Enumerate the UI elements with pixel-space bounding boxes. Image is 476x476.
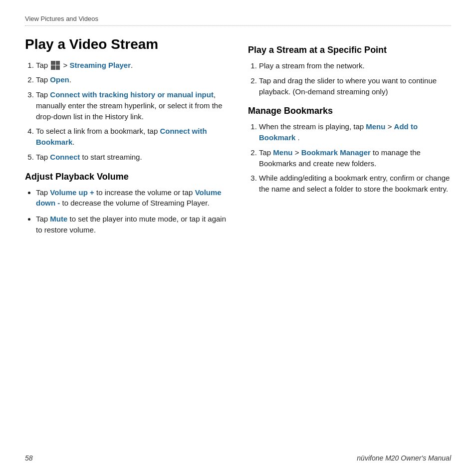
bullet-1-link1: Volume up +: [50, 188, 94, 197]
main-title: Play a Video Stream: [25, 36, 228, 53]
mb-step-1: When the stream is playing, tap Menu > A…: [259, 121, 451, 143]
bullet-2: Tap Mute to set the player into mute mod…: [36, 214, 228, 236]
mb-step-1-arrow: >: [388, 122, 394, 131]
right-column: Play a Stream at a Specific Point Play a…: [248, 36, 451, 240]
mb-step-2-pre: Tap: [259, 148, 273, 157]
step-3: Tap Connect with tracking history or man…: [36, 89, 228, 122]
sp-step-2: Tap and drag the slider to where you wan…: [259, 75, 451, 97]
step-1-link: Streaming Player: [69, 61, 131, 69]
bullet-1: Tap Volume up + to increase the volume o…: [36, 187, 228, 209]
bullet-1-pre: Tap: [36, 188, 50, 197]
step-2-link: Open: [50, 75, 69, 84]
step-5-post: to start streaming.: [82, 153, 142, 161]
mb-step-1-link1: Menu: [366, 122, 385, 131]
footer-bar: 58 nüvifone M20 Owner's Manual: [25, 454, 451, 462]
bullet-1-mid: to increase the volume or tap: [96, 188, 195, 197]
adjust-bullets: Tap Volume up + to increase the volume o…: [25, 187, 228, 236]
step-3-pre: Tap: [36, 90, 50, 99]
breadcrumb-text: View Pictures and Videos: [25, 15, 98, 22]
streaming-player-icon: [51, 61, 60, 70]
manage-bookmarks-steps: When the stream is playing, tap Menu > A…: [248, 121, 451, 195]
sp-step-1: Play a stream from the network.: [259, 60, 451, 71]
manage-bookmarks-title: Manage Bookmarks: [248, 106, 451, 116]
adjust-section-title: Adjust Playback Volume: [25, 172, 228, 182]
step-4-pre: To select a link from a bookmark, tap: [36, 127, 160, 135]
step-1-period: .: [131, 61, 133, 69]
mb-step-3: While adding/editing a bookmark entry, c…: [259, 173, 451, 195]
step-1-arrow: >: [63, 61, 70, 69]
specific-point-title: Play a Stream at a Specific Point: [248, 45, 451, 55]
step-1: Tap > Streaming Player.: [36, 60, 228, 71]
mb-step-2-arrow: >: [295, 148, 301, 157]
step-5: Tap Connect to start streaming.: [36, 152, 228, 163]
sp-step-1-text: Play a stream from the network.: [259, 61, 365, 70]
mb-step-2-link1: Menu: [273, 148, 292, 157]
mb-step-2-link2: Bookmark Manager: [301, 148, 371, 157]
step-3-link: Connect with tracking history or manual …: [50, 90, 214, 99]
step-2-period: .: [69, 75, 71, 84]
step-2: Tap Open.: [36, 74, 228, 85]
mb-step-2: Tap Menu > Bookmark Manager to manage th…: [259, 147, 451, 169]
mb-step-3-text: While adding/editing a bookmark entry, c…: [259, 174, 450, 193]
step-5-pre: Tap: [36, 153, 50, 161]
step-5-link: Connect: [50, 153, 80, 161]
specific-point-steps: Play a stream from the network. Tap and …: [248, 60, 451, 97]
left-column: Play a Video Stream Tap >: [25, 36, 228, 240]
play-video-steps: Tap > Streaming Player. Tap: [25, 60, 228, 163]
breadcrumb: View Pictures and Videos: [25, 15, 451, 26]
page-container: View Pictures and Videos Play a Video St…: [0, 0, 476, 476]
footer-manual-name: nüvifone M20 Owner's Manual: [357, 454, 451, 462]
bullet-2-pre: Tap: [36, 215, 50, 223]
mb-step-1-period: .: [298, 133, 300, 142]
bullet-2-link: Mute: [50, 215, 67, 223]
content-columns: Play a Video Stream Tap >: [25, 36, 451, 240]
sp-step-2-text: Tap and drag the slider to where you wan…: [259, 76, 437, 96]
footer-page-number: 58: [25, 454, 33, 462]
mb-step-1-pre: When the stream is playing, tap: [259, 122, 366, 131]
step-1-pre: Tap: [36, 61, 50, 69]
bullet-1-post: to decrease the volume of Streaming Play…: [62, 199, 210, 207]
step-2-pre: Tap: [36, 75, 50, 84]
step-4-period: .: [72, 138, 74, 146]
step-4: To select a link from a bookmark, tap Co…: [36, 126, 228, 148]
